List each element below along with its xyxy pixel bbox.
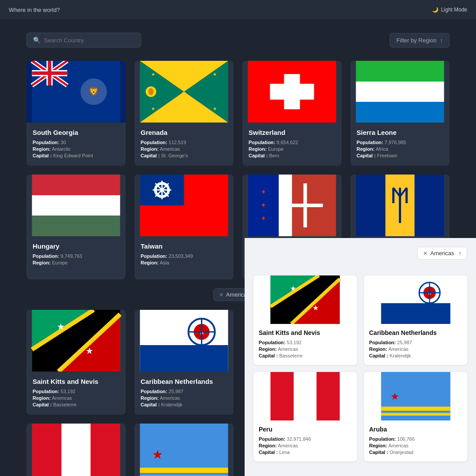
- svg-rect-9: [48, 61, 52, 86]
- flag-hungary: [26, 175, 126, 236]
- overlay-filter-tag[interactable]: ✕ Americas ↑: [417, 247, 467, 260]
- flag-sierra-leone: [350, 61, 450, 123]
- svg-rect-28: [356, 82, 444, 102]
- search-icon: 🔍: [33, 37, 41, 44]
- svg-text:★: ★: [213, 72, 217, 77]
- country-card-hungary[interactable]: Hungary Population: 9,749,763 Region: Eu…: [26, 175, 126, 279]
- country-name: Sierra Leone: [357, 129, 443, 136]
- svg-text:★: ★: [312, 304, 319, 312]
- region-detail: Region: Antarctic: [33, 146, 119, 152]
- overlay-sort-icon: ↑: [459, 250, 462, 257]
- flag-caribbean-netherlands-overlay: ★: [364, 275, 468, 324]
- country-name: Peru: [259, 426, 352, 433]
- flag-switzerland: [242, 61, 342, 123]
- overlay-panel: ✕ Americas ↑ ★ ★ Saint Kitts a: [245, 238, 476, 476]
- svg-text:🦁: 🦁: [88, 86, 99, 97]
- svg-text:✦: ✦: [260, 201, 266, 209]
- country-card-taiwan[interactable]: Taiwan Population: 23,503,349 Region: As…: [134, 175, 234, 279]
- overlay-filter-value: Americas: [430, 250, 454, 257]
- country-name: Aruba: [369, 426, 462, 433]
- svg-text:★: ★: [86, 346, 93, 356]
- flag-wallis-futuna: ✦ ✦ ✦: [242, 175, 342, 236]
- svg-text:★: ★: [290, 285, 296, 292]
- country-card-stkitts[interactable]: ★ ★ Saint Kitts and Nevis Population: 53…: [26, 310, 126, 415]
- site-title: Where in the world?: [9, 7, 60, 13]
- country-card-south-georgia[interactable]: 🦁 South Georgia Population: 30 Region: A…: [26, 61, 126, 166]
- country-name: Saint Kitts and Nevis: [33, 378, 119, 385]
- flag-aruba: ★: [134, 424, 234, 476]
- country-name: Taiwan: [141, 242, 227, 250]
- flag-taiwan: [134, 175, 234, 236]
- svg-rect-96: [381, 413, 450, 416]
- country-name: Hungary: [33, 242, 119, 250]
- svg-text:★: ★: [151, 106, 155, 111]
- header: Where in the world? 🌙 Light Mode: [0, 0, 476, 19]
- flag-grenada: ★ ★ ★ ★ ★: [134, 61, 234, 123]
- flag-aruba-overlay: ★: [364, 372, 468, 420]
- svg-text:★: ★: [151, 72, 155, 77]
- svg-rect-32: [32, 216, 120, 236]
- svg-point-23: [149, 88, 154, 95]
- filter-label: Filter by Region: [396, 37, 436, 44]
- moon-icon: 🌙: [432, 7, 439, 13]
- svg-rect-72: [62, 424, 91, 476]
- flag-peru: [26, 424, 126, 476]
- overlay-card-peru[interactable]: Peru Population: 32,971,846 Region: Amer…: [253, 372, 357, 461]
- svg-rect-30: [32, 175, 120, 195]
- svg-text:★: ★: [213, 106, 217, 111]
- flag-caribbean-netherlands: ★: [134, 310, 234, 372]
- country-name: Switzerland: [249, 129, 335, 136]
- flag-stkitts-overlay: ★ ★: [253, 275, 357, 324]
- overlay-country-grid: ★ ★ Saint Kitts and Nevis Population: 53…: [253, 275, 467, 461]
- svg-rect-93: [294, 372, 316, 420]
- country-name: Saint Kitts and Nevis: [259, 329, 352, 336]
- country-grid-row1: 🦁 South Georgia Population: 30 Region: A…: [26, 61, 450, 166]
- country-card-grenada[interactable]: ★ ★ ★ ★ ★ Grenada Population: 112,519 Re…: [134, 61, 234, 166]
- country-card-caribbean-netherlands[interactable]: ★ Caribbean Netherlands Population: 25,9…: [134, 310, 234, 415]
- flag-stkitts: ★ ★: [26, 310, 126, 372]
- svg-text:★: ★: [181, 89, 187, 97]
- svg-text:★: ★: [152, 448, 163, 461]
- overlay-card-aruba[interactable]: ★ Aruba Population: 106,766 Region: Amer…: [364, 372, 468, 461]
- svg-text:✦: ✦: [260, 188, 266, 196]
- svg-rect-31: [32, 195, 120, 216]
- theme-toggle[interactable]: 🌙 Light Mode: [432, 7, 467, 13]
- country-card-sierra-leone[interactable]: Sierra Leone Population: 7,976,985 Regio…: [350, 61, 450, 166]
- search-filter-bar: 🔍 Filter by Region ↑: [26, 33, 450, 48]
- country-info-south-georgia: South Georgia Population: 30 Region: Ant…: [26, 123, 126, 166]
- svg-rect-86: [381, 303, 450, 324]
- country-name: Grenada: [141, 129, 227, 136]
- population-detail: Population: 30: [33, 140, 119, 145]
- country-name: Caribbean Netherlands: [369, 329, 462, 336]
- theme-label: Light Mode: [441, 7, 467, 13]
- sort-icon: ↑: [440, 37, 443, 44]
- overlay-remove-filter-button[interactable]: ✕: [423, 250, 428, 257]
- svg-rect-65: [140, 345, 228, 372]
- svg-rect-26: [270, 84, 314, 100]
- svg-text:★: ★: [390, 391, 399, 402]
- capital-detail: Capital : King Edward Point: [33, 153, 119, 158]
- svg-text:✦: ✦: [260, 215, 266, 222]
- svg-text:★: ★: [57, 322, 65, 331]
- overlay-card-stkitts[interactable]: ★ ★ Saint Kitts and Nevis Population: 53…: [253, 275, 357, 365]
- country-name: South Georgia: [33, 129, 119, 136]
- flag-barbados: [350, 175, 450, 236]
- country-card-peru[interactable]: Peru Population: 32,971,846 Region: Amer…: [26, 424, 126, 476]
- search-input[interactable]: [44, 37, 134, 44]
- country-card-switzerland[interactable]: Switzerland Population: 8,654,622 Region…: [242, 61, 342, 166]
- svg-rect-27: [356, 61, 444, 82]
- svg-rect-95: [381, 407, 450, 411]
- remove-filter-button[interactable]: ✕: [219, 292, 223, 298]
- svg-rect-74: [140, 468, 228, 473]
- flag-south-georgia: 🦁: [26, 61, 126, 123]
- overlay-card-caribbean-netherlands[interactable]: ★ Caribbean Netherlands Population: 25,9…: [364, 275, 468, 365]
- svg-rect-29: [356, 102, 444, 123]
- country-card-aruba[interactable]: ★ Aruba Population: 106,766 Region: Amer…: [134, 424, 234, 476]
- country-name: Caribbean Netherlands: [141, 378, 227, 385]
- flag-peru-overlay: [253, 372, 357, 420]
- filter-by-region-button[interactable]: Filter by Region ↑: [390, 33, 450, 48]
- search-input-wrap[interactable]: 🔍: [26, 33, 141, 48]
